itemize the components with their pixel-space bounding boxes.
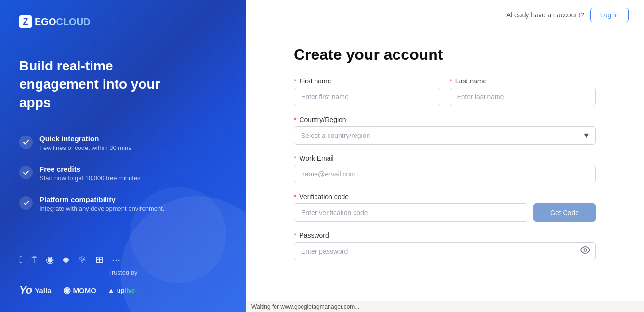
email-required-star: * [294,154,296,162]
feature-text-platform: Platform compatibility Integrate with an… [39,195,164,212]
right-panel: Already have an account? Log in Create y… [246,0,644,312]
status-text: Waiting for www.googletagmanager.com... [251,303,359,310]
uplive-icon: ▲ [108,286,115,294]
password-input[interactable] [294,242,596,260]
country-group: * Country/Region Select a country/region… [294,116,596,145]
email-input[interactable] [294,165,596,183]
email-group: * Work Email [294,154,596,183]
first-name-group: * First name [294,77,440,106]
first-name-required-star: * [294,77,296,85]
svg-point-0 [584,249,587,251]
email-label: * Work Email [294,154,596,162]
momo-icon: ◉ [63,285,71,296]
feature-item-quick-integration: Quick integration Few lines of code, wit… [19,135,226,151]
already-account-text: Already have an account? [506,11,584,19]
password-group: * Password [294,231,596,260]
status-bar: Waiting for www.googletagmanager.com... [246,301,644,312]
get-code-button[interactable]: Get Code [533,203,596,222]
yalla-icon: Yo [19,284,32,297]
verification-required-star: * [294,193,296,201]
form-title: Create your account [294,46,596,64]
feature-item-platform: Platform compatibility Integrate with an… [19,195,226,212]
windows-icon: ⊞ [95,254,104,265]
check-icon-1 [19,136,33,149]
last-name-label: * Last name [450,77,596,85]
name-row: * First name * Last name [294,77,596,106]
feature-desc-credits: Start now to get 10,000 free minutes [39,175,141,182]
first-name-input[interactable] [294,88,440,106]
form-container: Create your account * First name * Last … [246,30,644,312]
more-icon: ··· [112,254,120,265]
feature-desc-platform: Integrate with any development environme… [39,205,164,212]
brand-yalla: Yo Yalla [19,284,52,297]
verification-group: * Verification code Get Code [294,193,596,222]
momo-text: MOMO [73,286,96,295]
feature-title-credits: Free credits [39,165,141,173]
country-required-star: * [294,116,296,123]
brand-momo: ◉ MOMO [63,285,96,296]
logo-text: EGOCLOUD [35,16,91,27]
react-icon: ⚛ [78,254,87,265]
apple-icon:  [19,254,23,265]
feature-text-credits: Free credits Start now to get 10,000 fre… [39,165,141,182]
uplive-text: uplive [117,287,135,294]
yalla-text: Yalla [35,286,51,295]
android-icon: ⍑ [31,254,37,265]
verification-label: * Verification code [294,193,596,201]
top-bar: Already have an account? Log in [246,0,644,30]
feature-item-free-credits: Free credits Start now to get 10,000 fre… [19,165,226,182]
login-button[interactable]: Log in [590,8,629,22]
password-wrapper [294,242,596,260]
logo: Z EGOCLOUD [19,15,226,28]
eye-icon[interactable] [580,245,590,258]
feature-title-platform: Platform compatibility [39,195,164,203]
trusted-by-label: Trusted by [19,269,226,276]
check-icon-2 [19,166,33,179]
country-label: * Country/Region [294,116,596,123]
password-label: * Password [294,231,596,239]
last-name-input[interactable] [450,88,596,106]
flutter-icon: ◆ [63,254,69,265]
logo-icon: Z [19,15,32,28]
feature-title-quick: Quick integration [39,135,131,143]
last-name-required-star: * [450,77,452,85]
brand-uplive: ▲ uplive [108,286,135,294]
features-list: Quick integration Few lines of code, wit… [19,135,226,212]
last-name-group: * Last name [450,77,596,106]
feature-desc-quick: Few lines of code, within 30 mins [39,144,131,151]
web-icon: ◉ [46,254,54,265]
country-select-wrapper: Select a country/region United States Ch… [294,126,596,145]
verification-input[interactable] [294,203,527,222]
feature-text-quick: Quick integration Few lines of code, wit… [39,135,131,151]
platform-icons:  ⍑ ◉ ◆ ⚛ ⊞ ··· [19,254,226,265]
hero-title: Build real-time engagement into your app… [19,57,183,111]
platform-section:  ⍑ ◉ ◆ ⚛ ⊞ ··· Trusted by Yo Yalla ◉ MO… [19,254,226,297]
first-name-label: * First name [294,77,440,85]
verification-row: Get Code [294,203,596,222]
password-required-star: * [294,231,296,239]
check-icon-3 [19,196,33,210]
left-panel: Z EGOCLOUD Build real-time engagement in… [0,0,246,312]
brand-logos: Yo Yalla ◉ MOMO ▲ uplive [19,284,226,297]
country-select[interactable]: Select a country/region United States Ch… [294,126,596,145]
